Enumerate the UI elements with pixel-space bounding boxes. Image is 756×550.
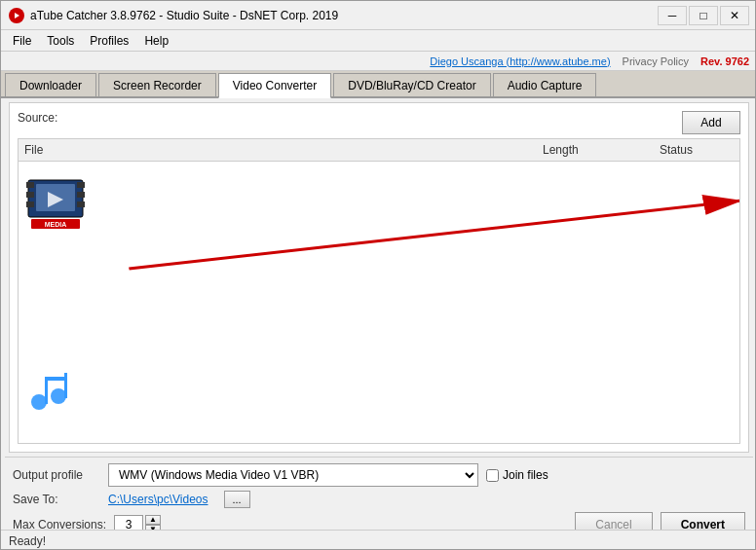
menu-file[interactable]: File [5,32,39,50]
svg-rect-15 [45,377,48,404]
maximize-button[interactable]: □ [689,6,718,25]
app-icon [9,8,24,23]
svg-rect-17 [45,377,67,381]
privacy-link[interactable]: Privacy Policy [623,55,689,67]
author-link[interactable]: Diego Uscanga (http://www.atube.me) [430,55,610,67]
red-arrow [116,191,740,288]
menu-profiles[interactable]: Profiles [82,32,136,50]
content-area: Source: Add File Length Status [1,102,756,550]
close-button[interactable]: ✕ [720,6,749,25]
links-bar: Diego Uscanga (http://www.atube.me) Priv… [1,52,756,71]
spinner-up[interactable]: ▲ [145,515,161,525]
save-path[interactable]: C:\Users\pc\Videos [108,493,208,506]
svg-rect-4 [26,192,34,198]
svg-point-14 [51,388,66,404]
output-profile-select[interactable]: WMV (Windows Media Video V1 VBR)MP4 (H.2… [108,463,478,487]
save-to-row: Save To: C:\Users\pc\Videos ... [13,491,745,508]
table-header: File Length Status [19,139,739,162]
col-file: File [22,141,541,159]
tab-audio-capture[interactable]: Audio Capture [493,73,597,96]
svg-line-19 [129,201,740,269]
output-profile-row: Output profile WMV (Windows Media Video … [13,463,745,487]
join-files-label: Join files [503,468,548,482]
svg-rect-5 [26,202,34,207]
menu-help[interactable]: Help [136,32,176,50]
tab-video-converter[interactable]: Video Converter [218,73,332,98]
source-row: Source: Add [18,111,740,134]
title-bar-controls[interactable]: ─ □ ✕ [658,6,749,25]
music-media-icon [24,365,78,419]
svg-rect-6 [77,182,85,188]
title-bar: aTube Catcher 3.8.9762 - Studio Suite - … [1,1,756,30]
tabs-bar: Downloader Screen Recorder Video Convert… [1,71,756,98]
svg-point-13 [31,394,47,410]
minimize-button[interactable]: ─ [658,6,687,25]
status-text: Ready! [9,534,46,548]
svg-rect-8 [77,202,85,207]
tab-dvd-creator[interactable]: DVD/BluRay/CD Creator [333,73,490,96]
main-panel: Source: Add File Length Status [9,102,749,453]
table-body: MEDIA [19,162,739,443]
svg-rect-7 [77,192,85,198]
tab-screen-recorder[interactable]: Screen Recorder [98,73,216,96]
output-profile-label: Output profile [13,468,100,482]
browse-button[interactable]: ... [224,491,250,508]
svg-rect-16 [64,373,67,398]
tab-downloader[interactable]: Downloader [5,73,96,96]
menu-bar: File Tools Profiles Help [1,30,756,52]
video-media-icon: MEDIA [26,176,85,230]
add-button[interactable]: Add [682,111,740,134]
window-title: aTube Catcher 3.8.9762 - Studio Suite - … [30,9,338,22]
menu-tools[interactable]: Tools [39,32,82,50]
svg-rect-3 [26,182,34,188]
col-length: Length [541,141,658,159]
col-status: Status [658,141,736,159]
join-files-checkbox[interactable] [486,469,499,482]
source-label: Source: [18,111,57,125]
save-to-label: Save To: [13,493,100,506]
rev-label: Rev. 9762 [700,55,749,67]
status-bar: Ready! [1,530,756,550]
join-files-container: Join files [486,468,548,482]
file-table: File Length Status [18,138,740,444]
title-bar-left: aTube Catcher 3.8.9762 - Studio Suite - … [9,8,338,23]
svg-text:MEDIA: MEDIA [45,221,67,228]
